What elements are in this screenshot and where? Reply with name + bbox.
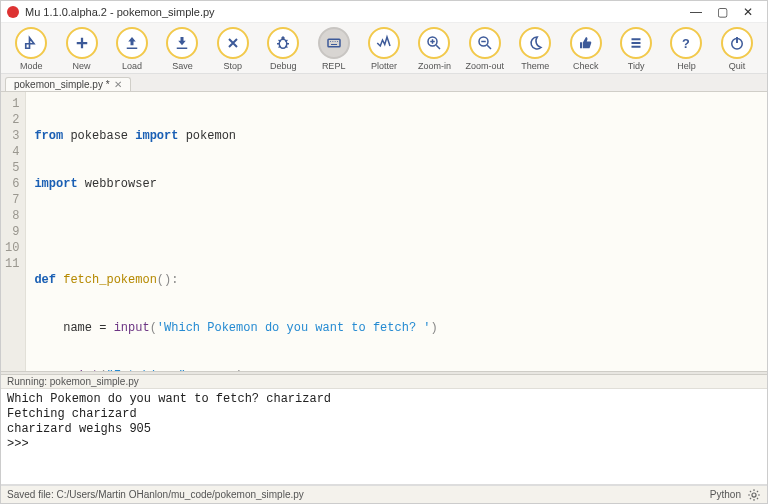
- toolbar-label: Mode: [20, 61, 43, 71]
- toolbar-label: Stop: [224, 61, 243, 71]
- tidy-button[interactable]: Tidy: [616, 27, 656, 71]
- zoom-in-icon: [425, 34, 443, 52]
- toolbar-label: Check: [573, 61, 599, 71]
- window-titlebar: Mu 1.1.0.alpha.2 - pokemon_simple.py — ▢…: [1, 1, 767, 23]
- minimize-button[interactable]: —: [683, 3, 709, 21]
- close-button[interactable]: ✕: [735, 3, 761, 21]
- run-label: Running: pokemon_simple.py: [1, 375, 767, 389]
- svg-text:?: ?: [683, 36, 691, 51]
- svg-point-6: [752, 492, 756, 496]
- quit-button[interactable]: Quit: [717, 27, 757, 71]
- status-saved: Saved file: C:/Users/Martin OHanlon/mu_c…: [7, 489, 304, 500]
- console-line: Fetching charizard: [7, 407, 761, 422]
- check-button[interactable]: Check: [565, 27, 605, 71]
- toolbar-label: Save: [172, 61, 193, 71]
- zoom-out-icon: [476, 34, 494, 52]
- zoomout-button[interactable]: Zoom-out: [465, 27, 505, 71]
- stop-button[interactable]: Stop: [213, 27, 253, 71]
- toolbar-label: Zoom-in: [418, 61, 451, 71]
- plus-icon: [73, 34, 91, 52]
- toolbar-label: Plotter: [371, 61, 397, 71]
- line-gutter: 1234567891011: [1, 92, 26, 371]
- code-editor[interactable]: 1234567891011 from pokebase import pokem…: [1, 92, 767, 371]
- list-icon: [627, 34, 645, 52]
- repl-button[interactable]: REPL: [313, 27, 353, 71]
- keyboard-icon: [325, 34, 343, 52]
- console-line: Which Pokemon do you want to fetch? char…: [7, 392, 761, 407]
- window-title: Mu 1.1.0.alpha.2 - pokemon_simple.py: [25, 6, 683, 18]
- zoomin-button[interactable]: Zoom-in: [414, 27, 454, 71]
- save-icon: [173, 34, 191, 52]
- mode-icon: [22, 34, 40, 52]
- tab-bar: pokemon_simple.py * ✕: [1, 74, 767, 92]
- app-icon: [7, 6, 19, 18]
- toolbar-label: REPL: [322, 61, 346, 71]
- console-line: charizard weighs 905: [7, 422, 761, 437]
- bug-icon: [274, 34, 292, 52]
- toolbar-label: Zoom-out: [466, 61, 505, 71]
- toolbar: Mode New Load Save Stop Debug REPL Plott…: [1, 23, 767, 74]
- toolbar-label: Load: [122, 61, 142, 71]
- debug-button[interactable]: Debug: [263, 27, 303, 71]
- toolbar-label: Tidy: [628, 61, 645, 71]
- power-icon: [728, 34, 746, 52]
- plotter-icon: [375, 34, 393, 52]
- toolbar-label: New: [73, 61, 91, 71]
- moon-icon: [526, 34, 544, 52]
- new-button[interactable]: New: [61, 27, 101, 71]
- repl-console[interactable]: Which Pokemon do you want to fetch? char…: [1, 389, 767, 485]
- stop-icon: [225, 35, 241, 51]
- tab-label: pokemon_simple.py *: [14, 79, 110, 90]
- help-icon: ?: [677, 34, 695, 52]
- load-icon: [123, 34, 141, 52]
- svg-rect-1: [328, 39, 340, 47]
- toolbar-label: Quit: [729, 61, 746, 71]
- mode-button[interactable]: Mode: [11, 27, 51, 71]
- tab-close-icon[interactable]: ✕: [114, 79, 122, 90]
- toolbar-label: Theme: [521, 61, 549, 71]
- plotter-button[interactable]: Plotter: [364, 27, 404, 71]
- code-area[interactable]: from pokebase import pokemon import webb…: [26, 92, 445, 371]
- load-button[interactable]: Load: [112, 27, 152, 71]
- file-tab[interactable]: pokemon_simple.py * ✕: [5, 77, 131, 91]
- help-button[interactable]: ?Help: [666, 27, 706, 71]
- save-button[interactable]: Save: [162, 27, 202, 71]
- toolbar-label: Debug: [270, 61, 297, 71]
- maximize-button[interactable]: ▢: [709, 3, 735, 21]
- status-bar: Saved file: C:/Users/Martin OHanlon/mu_c…: [1, 485, 767, 503]
- status-language: Python: [710, 489, 741, 500]
- gear-icon: [747, 488, 761, 502]
- thumb-icon: [577, 34, 595, 52]
- toolbar-label: Help: [677, 61, 696, 71]
- console-line: >>>: [7, 437, 761, 452]
- theme-button[interactable]: Theme: [515, 27, 555, 71]
- settings-button[interactable]: [747, 488, 761, 502]
